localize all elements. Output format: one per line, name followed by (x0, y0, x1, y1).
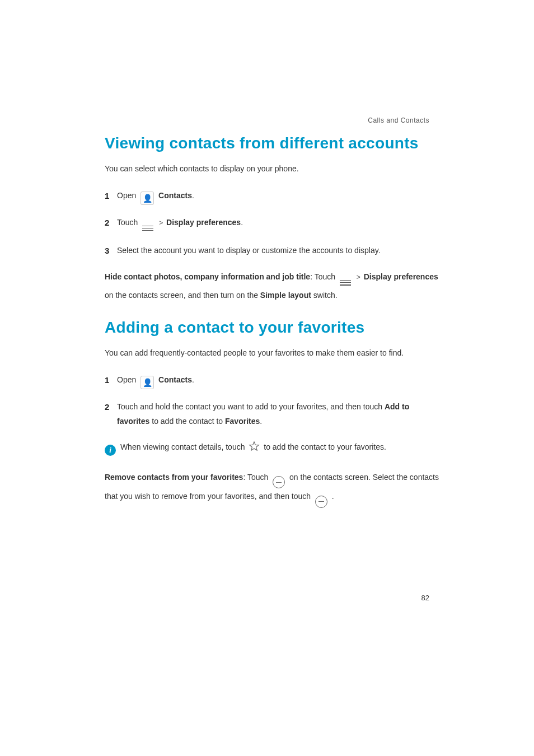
info-b: to add the contact to your favorites. (264, 442, 386, 451)
section1-steps: 1 Open 👤 Contacts. 2 Touch > Display pre… (105, 188, 439, 259)
step-text: Touch > Display preferences. (117, 215, 439, 233)
step-text: Touch and hold the contact you want to a… (117, 399, 439, 429)
section1-step-1: 1 Open 👤 Contacts. (105, 188, 439, 205)
s2c: to add the contact to (149, 417, 225, 426)
step2-end: . (241, 218, 243, 227)
section2-steps: 1 Open 👤 Contacts. 2 Touch and hold the … (105, 372, 439, 429)
contacts-app-icon: 👤 (140, 192, 154, 205)
page: Calls and Contacts Viewing contacts from… (0, 0, 534, 756)
svg-marker-0 (250, 442, 259, 450)
display-preferences-label: Display preferences (166, 218, 241, 227)
heading-adding-favorites: Adding a contact to your favorites (105, 319, 439, 337)
section2-step-2: 2 Touch and hold the contact you want to… (105, 399, 439, 429)
hide-title-bold: Hide contact photos, company information… (105, 272, 310, 281)
hamburger-menu-icon (142, 224, 153, 233)
s2e: . (260, 417, 262, 426)
info-a: When viewing contact details, touch (120, 442, 247, 451)
step-text: Open 👤 Contacts. (117, 372, 439, 389)
step-number: 2 (105, 399, 117, 416)
section1-hide-paragraph: Hide contact photos, company information… (105, 269, 439, 303)
hide-t1: : Touch (310, 272, 338, 281)
greater-than: > (357, 273, 360, 281)
greater-than: > (159, 219, 163, 227)
section2-step-1: 1 Open 👤 Contacts. (105, 372, 439, 389)
contacts-label: Contacts (158, 191, 192, 200)
step1-end: . (192, 191, 194, 200)
step-text: Select the account you want to display o… (117, 243, 439, 258)
minus-circle-icon (273, 476, 285, 488)
step1-open: Open (117, 191, 138, 200)
favorites-bold: Favorites (225, 417, 260, 426)
hide-t2: on the contacts screen, and then turn on… (105, 291, 260, 300)
step1-open: Open (117, 375, 138, 384)
remove-t3: . (332, 492, 334, 501)
section1-intro: You can select which contacts to display… (105, 162, 439, 176)
minus-circle-icon (315, 496, 327, 508)
step-number: 1 (105, 372, 117, 389)
section2-remove-paragraph: Remove contacts from your favorites: Tou… (105, 469, 439, 508)
contacts-label: Contacts (158, 375, 192, 384)
remove-t1: : Touch (243, 473, 270, 482)
header-section-label: Calls and Contacts (368, 116, 429, 124)
remove-favorites-bold: Remove contacts from your favorites (105, 473, 243, 482)
info-icon: i (105, 445, 116, 456)
hide-t3: switch. (311, 291, 338, 300)
simple-layout-bold: Simple layout (260, 291, 311, 300)
step-number: 1 (105, 188, 117, 204)
section2-info-note: i When viewing contact details, touch to… (105, 439, 439, 457)
heading-viewing-contacts: Viewing contacts from different accounts (105, 134, 439, 152)
step1-end: . (192, 375, 194, 384)
section1-step-2: 2 Touch > Display preferences. (105, 215, 439, 233)
s2a: Touch and hold the contact you want to a… (117, 402, 385, 411)
section1-step-3: 3 Select the account you want to display… (105, 243, 439, 259)
hamburger-menu-icon (340, 278, 351, 287)
step-number: 3 (105, 243, 117, 259)
contacts-app-icon: 👤 (140, 376, 154, 389)
display-preferences-bold: Display preferences (364, 272, 438, 281)
page-number: 82 (421, 594, 429, 602)
step-text: Open 👤 Contacts. (117, 188, 439, 205)
star-outline-icon (249, 441, 260, 457)
section2-intro: You can add frequently-contacted people … (105, 347, 439, 360)
step-number: 2 (105, 215, 117, 231)
step2-touch: Touch (117, 218, 140, 227)
